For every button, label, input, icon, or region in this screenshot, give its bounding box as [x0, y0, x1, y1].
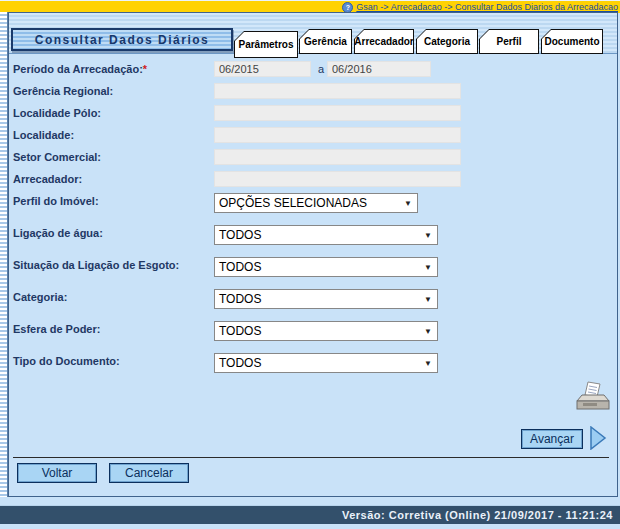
- field-label: Arrecadador:: [13, 173, 82, 185]
- field-label: Setor Comercial:: [13, 151, 101, 163]
- periodo-to-input[interactable]: [327, 61, 431, 77]
- chevron-down-icon: ▼: [424, 327, 432, 336]
- form-row-categoria: Categoria: TODOS ▼: [9, 289, 617, 311]
- tab-parametros[interactable]: Parâmetros: [234, 31, 298, 58]
- version-text: Versão: Corretiva (Online) 21/09/2017 - …: [342, 509, 613, 521]
- page-title: Consultar Dados Diários: [11, 28, 233, 51]
- form-row-situacao-esgoto: Situação da Ligação de Esgoto: TODOS ▼: [9, 257, 617, 279]
- setor-comercial-input[interactable]: [214, 149, 461, 165]
- tab-label: Arrecadador: [354, 36, 413, 47]
- version-footer: Versão: Corretiva (Online) 21/09/2017 - …: [0, 505, 620, 524]
- chevron-down-icon: ▼: [424, 295, 432, 304]
- select-value: TODOS: [219, 260, 261, 274]
- tipo-documento-select[interactable]: TODOS ▼: [214, 353, 438, 373]
- cancelar-button[interactable]: Cancelar: [109, 463, 189, 483]
- avancar-button[interactable]: Avançar: [521, 429, 583, 449]
- field-label: Situação da Ligação de Esgoto:: [13, 259, 179, 271]
- tab-label: Documento: [545, 36, 600, 47]
- gsan-app-window: ? Gsan -> Arrecadacao -> Consultar Dados…: [0, 0, 620, 529]
- periodo-separator: a: [318, 63, 324, 75]
- field-label: Ligação de água:: [13, 227, 103, 239]
- help-icon[interactable]: ?: [342, 2, 353, 13]
- localidade-input[interactable]: [214, 127, 461, 143]
- esfera-poder-select[interactable]: TODOS ▼: [214, 321, 438, 341]
- chevron-down-icon: ▼: [424, 263, 432, 272]
- tab-perfil[interactable]: Perfil: [479, 29, 539, 54]
- chevron-down-icon: ▼: [424, 359, 432, 368]
- form-row-tipo-documento: Tipo do Documento: TODOS ▼: [9, 353, 617, 375]
- chevron-down-icon: ▼: [424, 231, 432, 240]
- print-icon[interactable]: [573, 379, 613, 413]
- form-row-gerencia-regional: Gerência Regional:: [9, 83, 617, 105]
- form-row-localidade-polo: Localidade Pólo:: [9, 105, 617, 127]
- form-row-ligacao-agua: Ligação de água: TODOS ▼: [9, 225, 617, 247]
- periodo-from-input[interactable]: [214, 61, 311, 77]
- tab-label: Categoria: [424, 36, 470, 47]
- advance-arrow-icon[interactable]: [589, 426, 607, 454]
- gerencia-regional-input[interactable]: [214, 83, 461, 99]
- select-value: OPÇÕES SELECIONADAS: [219, 196, 367, 210]
- page-title-label: Consultar Dados Diários: [35, 33, 210, 47]
- form-row-localidade: Localidade:: [9, 127, 617, 149]
- breadcrumb[interactable]: Gsan -> Arrecadacao -> Consultar Dados D…: [356, 2, 618, 12]
- tab-documento[interactable]: Documento: [541, 29, 603, 54]
- field-label: Categoria:: [13, 291, 67, 303]
- perfil-imovel-select[interactable]: OPÇÕES SELECIONADAS ▼: [214, 193, 418, 213]
- tab-arrecadador[interactable]: Arrecadador: [354, 29, 414, 54]
- field-label: Perfil do Imóvel:: [13, 195, 99, 207]
- chevron-down-icon: ▼: [404, 199, 412, 208]
- form-row-setor-comercial: Setor Comercial:: [9, 149, 617, 171]
- field-label: Período da Arrecadação:*: [13, 63, 147, 75]
- field-label: Localidade:: [13, 129, 74, 141]
- main-window: Consultar Dados Diários Parâmetros Gerên…: [8, 12, 618, 497]
- tab-label: Perfil: [496, 36, 521, 47]
- field-label: Esfera de Poder:: [13, 323, 100, 335]
- arrecadador-input[interactable]: [214, 171, 461, 187]
- bottom-divider: [13, 457, 609, 458]
- ligacao-agua-select[interactable]: TODOS ▼: [214, 225, 438, 245]
- voltar-button[interactable]: Voltar: [17, 463, 97, 483]
- form-row-periodo: Período da Arrecadação:* a: [9, 61, 617, 83]
- field-label: Gerência Regional:: [13, 85, 113, 97]
- select-value: TODOS: [219, 292, 261, 306]
- window-left-frame: [0, 12, 8, 497]
- form-row-perfil-imovel: Perfil do Imóvel: OPÇÕES SELECIONADAS ▼: [9, 193, 617, 215]
- categoria-select[interactable]: TODOS ▼: [214, 289, 438, 309]
- tab-categoria[interactable]: Categoria: [416, 29, 478, 54]
- localidade-polo-input[interactable]: [214, 105, 461, 121]
- select-value: TODOS: [219, 228, 261, 242]
- required-marker: *: [143, 63, 147, 75]
- field-label: Tipo do Documento:: [13, 355, 120, 367]
- select-value: TODOS: [219, 356, 261, 370]
- tab-label: Parâmetros: [238, 39, 293, 50]
- form-row-arrecadador: Arrecadador:: [9, 171, 617, 193]
- situacao-esgoto-select[interactable]: TODOS ▼: [214, 257, 438, 277]
- form-row-esfera-poder: Esfera de Poder: TODOS ▼: [9, 321, 617, 343]
- select-value: TODOS: [219, 324, 261, 338]
- tab-label: Gerência: [304, 36, 347, 47]
- tab-gerencia[interactable]: Gerência: [299, 29, 352, 54]
- field-label: Localidade Pólo:: [13, 107, 101, 119]
